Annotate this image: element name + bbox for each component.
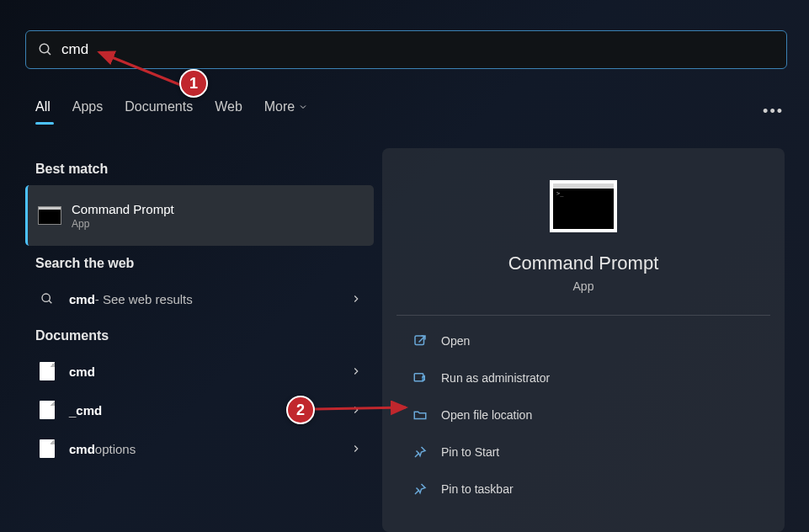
web-result-item[interactable]: cmd - See web results	[25, 279, 374, 318]
more-options-button[interactable]: •••	[763, 103, 784, 120]
results-left-column: Best match Command Prompt App Search the…	[25, 152, 374, 468]
action-pin-start[interactable]: Pin to Start	[407, 434, 759, 471]
document-icon	[40, 439, 55, 458]
open-icon	[412, 333, 428, 348]
tab-more[interactable]: More	[264, 99, 308, 121]
tab-apps[interactable]: Apps	[72, 99, 103, 121]
svg-line-1	[47, 51, 51, 55]
web-result-rest: - See web results	[95, 292, 193, 306]
best-match-subtitle: App	[72, 218, 174, 230]
chevron-right-icon	[350, 443, 362, 455]
annotation-arrow-2	[311, 401, 412, 418]
doc-bold: cmd	[69, 364, 95, 379]
document-icon	[40, 401, 55, 419]
app-icon-frame	[550, 180, 617, 232]
folder-icon	[412, 407, 428, 423]
best-match-item[interactable]: Command Prompt App	[25, 185, 374, 246]
svg-point-2	[42, 294, 50, 301]
action-label: Pin to taskbar	[441, 482, 514, 496]
document-item[interactable]: cmd	[25, 352, 374, 391]
section-search-web: Search the web	[35, 256, 374, 271]
detail-panel: Command Prompt App Open Run as administr…	[382, 148, 785, 532]
action-open[interactable]: Open	[407, 322, 759, 359]
shield-admin-icon	[412, 370, 428, 386]
action-pin-taskbar[interactable]: Pin to taskbar	[407, 471, 759, 508]
action-label: Open	[441, 334, 470, 348]
annotation-callout-1: 1	[179, 69, 208, 98]
chevron-right-icon	[350, 365, 362, 377]
tab-web[interactable]: Web	[215, 99, 242, 121]
best-match-title: Command Prompt	[72, 202, 174, 216]
svg-point-0	[40, 44, 49, 53]
pin-icon	[412, 481, 428, 497]
svg-line-3	[49, 301, 51, 303]
doc-bold: cmd	[76, 403, 102, 418]
document-item[interactable]: cmd options	[25, 429, 374, 468]
annotation-callout-2: 2	[286, 396, 315, 424]
action-run-admin[interactable]: Run as administrator	[407, 359, 759, 396]
action-open-location[interactable]: Open file location	[407, 396, 759, 434]
divider	[397, 315, 770, 316]
tab-all[interactable]: All	[35, 99, 51, 121]
search-icon	[40, 292, 54, 306]
svg-line-6	[99, 52, 187, 88]
tab-more-label: More	[264, 99, 295, 114]
doc-pre: _	[69, 403, 76, 418]
detail-title: Command Prompt	[508, 253, 659, 274]
document-icon	[40, 362, 55, 380]
chevron-down-icon	[298, 102, 308, 112]
section-documents: Documents	[35, 328, 374, 343]
search-tabs: All Apps Documents Web More	[35, 99, 308, 121]
svg-line-7	[315, 407, 406, 409]
doc-rest: options	[95, 442, 136, 456]
cmd-app-icon	[553, 184, 614, 229]
section-best-match: Best match	[35, 162, 374, 177]
action-label: Run as administrator	[441, 371, 550, 385]
chevron-right-icon	[350, 293, 362, 305]
cmd-thumbnail-icon	[38, 206, 61, 225]
pin-icon	[412, 444, 428, 460]
search-icon	[38, 42, 53, 57]
detail-subtitle: App	[573, 279, 594, 293]
action-label: Open file location	[441, 408, 532, 422]
svg-rect-4	[415, 336, 424, 345]
web-result-bold: cmd	[69, 292, 95, 306]
doc-bold: cmd	[69, 442, 95, 456]
action-label: Pin to Start	[441, 445, 499, 459]
svg-rect-5	[414, 374, 423, 381]
tab-documents[interactable]: Documents	[125, 99, 193, 121]
